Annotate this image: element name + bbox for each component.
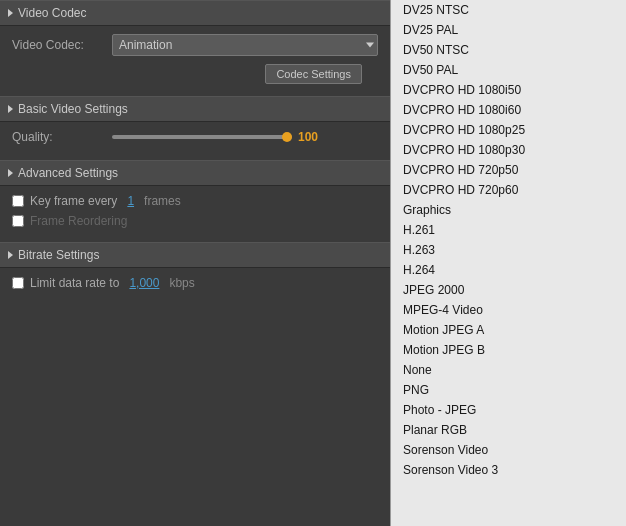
codec-settings-row: Codec Settings bbox=[12, 64, 378, 84]
advanced-content: Key frame every 1 frames Frame Reorderin… bbox=[0, 186, 390, 242]
slider-container: 100 bbox=[112, 130, 378, 144]
advanced-section-title: Advanced Settings bbox=[18, 166, 118, 180]
keyframe-value[interactable]: 1 bbox=[127, 194, 134, 208]
basic-video-section-title: Basic Video Settings bbox=[18, 102, 128, 116]
triangle-icon-bitrate bbox=[8, 251, 13, 259]
list-item[interactable]: Sorenson Video 3 bbox=[391, 460, 626, 480]
list-item[interactable]: DVCPRO HD 1080p25 bbox=[391, 120, 626, 140]
list-item[interactable]: DVCPRO HD 720p60 bbox=[391, 180, 626, 200]
list-item[interactable]: DVCPRO HD 1080i50 bbox=[391, 80, 626, 100]
frame-reordering-label: Frame Reordering bbox=[30, 214, 127, 228]
quality-row: Quality: 100 bbox=[12, 130, 378, 144]
frame-reordering-checkbox[interactable] bbox=[12, 215, 24, 227]
dropdown-list-container: DV25 NTSCDV25 PALDV50 NTSCDV50 PALDVCPRO… bbox=[391, 0, 626, 480]
limit-data-value[interactable]: 1,000 bbox=[129, 276, 159, 290]
triangle-icon bbox=[8, 9, 13, 17]
list-item[interactable]: DV25 PAL bbox=[391, 20, 626, 40]
keyframe-unit: frames bbox=[144, 194, 181, 208]
codec-settings-button[interactable]: Codec Settings bbox=[265, 64, 362, 84]
quality-slider[interactable] bbox=[112, 135, 292, 139]
codec-select-wrapper: Animation bbox=[112, 34, 378, 56]
limit-data-unit: kbps bbox=[169, 276, 194, 290]
limit-data-checkbox[interactable] bbox=[12, 277, 24, 289]
triangle-icon-basic bbox=[8, 105, 13, 113]
list-item[interactable]: H.263 bbox=[391, 240, 626, 260]
triangle-icon-advanced bbox=[8, 169, 13, 177]
advanced-section-header: Advanced Settings bbox=[0, 160, 390, 186]
basic-video-content: Quality: 100 bbox=[0, 122, 390, 160]
basic-video-section-header: Basic Video Settings bbox=[0, 96, 390, 122]
bitrate-section-title: Bitrate Settings bbox=[18, 248, 99, 262]
dropdown-list: DV25 NTSCDV25 PALDV50 NTSCDV50 PALDVCPRO… bbox=[391, 0, 626, 480]
list-item[interactable]: DV50 PAL bbox=[391, 60, 626, 80]
list-item-wrapper: JPEG 2000 bbox=[403, 283, 614, 297]
limit-data-row: Limit data rate to 1,000 kbps bbox=[12, 276, 378, 290]
list-item[interactable]: MPEG-4 Video bbox=[391, 300, 626, 320]
quality-label: Quality: bbox=[12, 130, 112, 144]
list-item[interactable]: DVCPRO HD 1080i60 bbox=[391, 100, 626, 120]
quality-value: 100 bbox=[298, 130, 323, 144]
list-item[interactable]: H.261 bbox=[391, 220, 626, 240]
list-item[interactable]: JPEG 2000 bbox=[391, 280, 626, 300]
list-item[interactable]: Graphics bbox=[391, 200, 626, 220]
list-item[interactable]: Sorenson Video bbox=[391, 440, 626, 460]
list-item[interactable]: DV50 NTSC bbox=[391, 40, 626, 60]
list-item[interactable]: Photo - JPEG bbox=[391, 400, 626, 420]
bitrate-content: Limit data rate to 1,000 kbps bbox=[0, 268, 390, 304]
left-panel: Video Codec Video Codec: Animation Codec… bbox=[0, 0, 390, 526]
video-codec-section-header: Video Codec bbox=[0, 0, 390, 26]
list-item[interactable]: Motion JPEG A bbox=[391, 320, 626, 340]
limit-data-label: Limit data rate to bbox=[30, 276, 119, 290]
list-item[interactable]: DVCPRO HD 1080p30 bbox=[391, 140, 626, 160]
video-codec-content: Video Codec: Animation Codec Settings bbox=[0, 26, 390, 96]
bitrate-section-header: Bitrate Settings bbox=[0, 242, 390, 268]
video-codec-section-title: Video Codec bbox=[18, 6, 87, 20]
list-item[interactable]: DV25 NTSC bbox=[391, 0, 626, 20]
list-item[interactable]: DVCPRO HD 720p50 bbox=[391, 160, 626, 180]
codec-label: Video Codec: bbox=[12, 38, 112, 52]
keyframe-checkbox[interactable] bbox=[12, 195, 24, 207]
keyframe-label: Key frame every bbox=[30, 194, 117, 208]
list-item[interactable]: None bbox=[391, 360, 626, 380]
list-item[interactable]: PNG bbox=[391, 380, 626, 400]
keyframe-row: Key frame every 1 frames bbox=[12, 194, 378, 208]
right-panel: DV25 NTSCDV25 PALDV50 NTSCDV50 PALDVCPRO… bbox=[390, 0, 626, 526]
codec-select[interactable]: Animation bbox=[112, 34, 378, 56]
frame-reordering-row: Frame Reordering bbox=[12, 214, 378, 228]
list-item[interactable]: H.264 bbox=[391, 260, 626, 280]
list-item[interactable]: Motion JPEG B bbox=[391, 340, 626, 360]
list-item[interactable]: Planar RGB bbox=[391, 420, 626, 440]
codec-field-row: Video Codec: Animation bbox=[12, 34, 378, 56]
list-item-text: JPEG 2000 bbox=[403, 283, 614, 297]
